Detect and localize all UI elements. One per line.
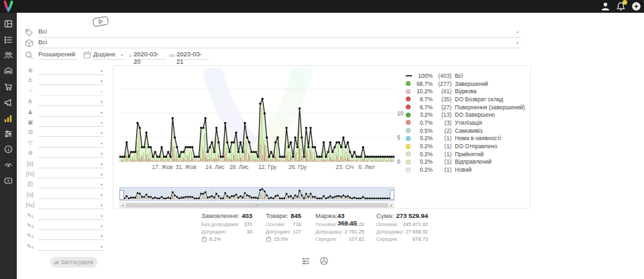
chevron-down-icon: ▼: [100, 79, 103, 83]
pie-view-icon[interactable]: [319, 256, 329, 266]
filter-payment-select[interactable]: ▼: [38, 128, 104, 137]
chevron-down-icon: ▼: [73, 53, 76, 57]
filter-status-icon: ≜: [25, 77, 36, 84]
legend-item[interactable]: 0.2%(1)DO Отправлено: [406, 142, 525, 150]
stat-sub-row: Допродані:33: [201, 228, 252, 235]
filter-structure-row: ⋔▼: [17, 97, 111, 107]
filter-source-select[interactable]: ▼: [38, 66, 104, 75]
filter-var-m-select[interactable]: ▼: [38, 170, 104, 178]
apply-button[interactable]: Застосувати: [50, 257, 97, 268]
legend-item[interactable]: 68.7%(277)Завершений: [406, 80, 525, 88]
legend-item[interactable]: 100%(403)Всі: [406, 72, 525, 80]
legend-item[interactable]: 0.2%(1)Прийнятий: [406, 150, 525, 158]
filter-custom-3-select[interactable]: ▼: [38, 231, 104, 240]
filter-custom-1-select[interactable]: ▼: [38, 211, 104, 220]
filter-manager-select[interactable]: ▼: [38, 108, 104, 117]
search-icon[interactable]: [25, 51, 34, 60]
navigator-left-handle[interactable]: [119, 190, 124, 200]
sidebar-item-info[interactable]: [0, 142, 17, 157]
filter-source-icon: ⊕: [25, 67, 36, 74]
filter-custom-2-select[interactable]: ▼: [38, 221, 104, 230]
sidebar-item-marketing[interactable]: [0, 95, 17, 110]
navigator-right-handle[interactable]: [390, 190, 394, 200]
legend-item[interactable]: 6.7%(27)Повернення (завершений): [406, 103, 525, 111]
filter-var-m-icon: {m}: [25, 170, 36, 177]
legend-item[interactable]: 8.7%(35)DO Возврат склад: [406, 95, 525, 103]
filter-input-status[interactable]: Всі ▼: [38, 27, 521, 38]
stat-sub-row: Основні:718: [266, 221, 301, 228]
filter-structure-select[interactable]: ▼: [38, 97, 104, 106]
date-field-select[interactable]: Додане ▼: [93, 50, 124, 60]
date-from-input[interactable]: 2020-03-20: [133, 50, 166, 60]
scrollbar-thumb[interactable]: ▪▪: [125, 203, 388, 207]
legend-item[interactable]: 0.7%(3)Утилізація: [406, 119, 525, 127]
sidebar-item-video[interactable]: [0, 173, 17, 188]
filter-help-row: ?▼: [17, 87, 111, 97]
chevron-down-icon[interactable]: ▼: [516, 30, 519, 34]
legend-item[interactable]: 3.2%(13)DO Завершено: [406, 111, 525, 119]
filter-help-icon: ?: [25, 88, 36, 95]
legend-item[interactable]: 0.5%(2)Самовивіз: [406, 127, 525, 135]
sidebar-item-warehouse[interactable]: [0, 63, 17, 78]
stat-column: Маржа:43 369.45Основна:40 618.20Допродаж…: [315, 212, 364, 243]
filter-custom-1-row: ✎₁▼: [17, 211, 111, 221]
sidebar-item-purchases[interactable]: [0, 79, 17, 95]
date-to-label: по: [169, 52, 175, 61]
chevron-down-icon: ▼: [100, 111, 103, 115]
filter-custom-3-icon: ✎₃: [25, 232, 36, 239]
analytics-page: Всі ▼ Всі ▼ Розширений ▼ Додане ▼ з 2020…: [0, 0, 644, 279]
sidebar-item-customers[interactable]: [0, 48, 17, 63]
search-filter-row: Розширений ▼ Додане ▼ з 2020-03-20 по 20…: [0, 50, 530, 60]
scroll-left-icon[interactable]: ◂: [121, 203, 123, 208]
legend-item[interactable]: 0.2%(1)Відправлений: [406, 158, 525, 166]
sidebar-item-orders-list[interactable]: [0, 32, 17, 47]
filter-custom-4-icon: ✎₄: [25, 243, 36, 249]
sidebar-item-partners[interactable]: [0, 158, 17, 173]
sidebar-item-analytics[interactable]: [0, 110, 17, 125]
stat-sub-row: Середня:107.62: [315, 235, 364, 243]
filter-var-m-row: {m}▼: [17, 170, 111, 180]
app-logo-icon[interactable]: [3, 1, 14, 12]
stat-sub-row: Основна:245 871.02: [376, 221, 428, 228]
chevron-down-icon: ▼: [100, 69, 103, 73]
notifications-bell-icon[interactable]: [616, 1, 626, 11]
filter-funnel-select[interactable]: ▼: [38, 139, 104, 148]
calendar-icon[interactable]: [83, 51, 91, 59]
x-tick: 31. Жов: [171, 164, 201, 170]
settings-icon: [4, 129, 13, 138]
filter-var-o-select[interactable]: ▼: [38, 190, 104, 199]
chevron-down-icon: ▼: [120, 53, 123, 57]
orders-chart: [119, 68, 394, 174]
stat-upsell-rate: 15.0%: [266, 235, 301, 243]
filter-funnel-row: ▽▼: [17, 139, 111, 149]
scroll-right-icon[interactable]: ▸: [390, 203, 392, 208]
filter-product-select[interactable]: ▼: [38, 118, 104, 127]
user-icon[interactable]: [600, 1, 610, 11]
legend-item[interactable]: 0.2%(1)Новий: [406, 166, 525, 174]
chevron-down-icon[interactable]: ▼: [516, 41, 519, 45]
legend-item[interactable]: 10.2%(41)Відмова: [406, 87, 525, 95]
list-view-icon[interactable]: [301, 256, 311, 266]
filter-var-ob-select[interactable]: ▼: [38, 201, 104, 209]
filter-var-t-select[interactable]: ▼: [38, 180, 104, 188]
chevron-down-icon: ▼: [100, 172, 103, 176]
filter-region-select[interactable]: ▼: [38, 149, 104, 158]
filter-var-s-select[interactable]: ▼: [38, 160, 104, 168]
legend-item[interactable]: 0.2%(1)Нема в наявності: [406, 135, 525, 143]
filter-help-select[interactable]: ▼: [38, 87, 104, 96]
filter-status-select[interactable]: ▼: [38, 76, 104, 85]
avatar-icon[interactable]: [631, 1, 641, 11]
filter-source-row: ⊕▼: [17, 66, 111, 76]
search-mode-select[interactable]: Розширений ▼: [38, 50, 77, 60]
filter-var-t-icon: {t}: [25, 180, 36, 187]
chart-scrollbar[interactable]: ◂ ▪▪ ▸: [119, 203, 394, 208]
filter-input-product[interactable]: Всі ▼: [38, 38, 521, 48]
date-to-input[interactable]: 2023-03-21: [176, 50, 209, 60]
sidebar-item-settings[interactable]: [0, 126, 17, 142]
chart-navigator[interactable]: [119, 187, 394, 201]
stat-column: Сума:273 529.94Основна:245 871.02Допрода…: [376, 212, 428, 243]
filter-custom-4-select[interactable]: ▼: [38, 242, 104, 251]
sidebar-item-dashboard[interactable]: [0, 16, 17, 32]
legend-dot-marker: [406, 144, 415, 149]
screen-share-icon[interactable]: [91, 15, 110, 28]
